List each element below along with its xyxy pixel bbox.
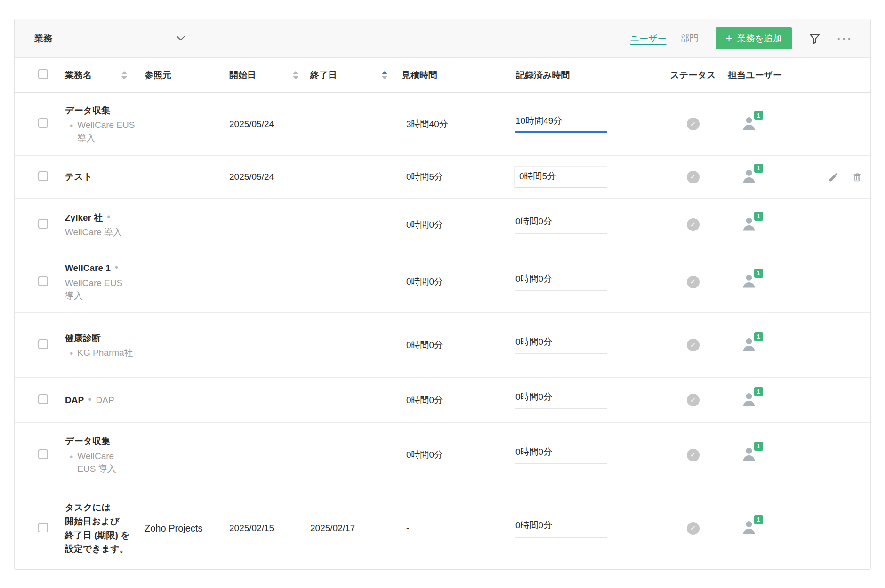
assignee-count-badge: 1 [754,387,763,396]
status-check-icon[interactable] [687,449,700,461]
assignee-count-badge: 1 [754,332,763,341]
tasks-panel: 業務 ユーザー 部門 + 業務を追加 ⋯ 業務名 [14,19,871,570]
task-name-cell: データ収集 • WellCare EUS 導入 [57,103,139,145]
task-name-cell: 健康診断 • KG Pharma社 [57,331,139,359]
sort-arrows-end-date[interactable] [382,71,387,79]
row-checkbox[interactable] [38,339,48,349]
logged-time-value: 0時間5分 [519,171,556,181]
status-check-icon[interactable] [687,171,700,183]
sort-arrows-start-date[interactable] [293,71,298,79]
select-all-cell [15,69,57,81]
end-date: 2025/02/17 [310,523,355,533]
header-assignees: 担当ユーザー [721,69,791,81]
task-parent: WellCare EUS 導入 [77,119,135,144]
assignee-avatar[interactable]: 1 [740,336,757,353]
logged-time-input[interactable]: 0時間0分 [515,391,607,409]
estimated-time: 3時間40分 [406,119,448,129]
header-status: ステータス [669,69,721,81]
task-name-cell: WellCare 1• WellCare EUS 導入 [57,261,139,302]
task-name[interactable]: Zylker 社 [65,213,103,222]
tab-user[interactable]: ユーザー [630,32,667,45]
estimated-time: 0時間0分 [406,450,443,460]
reference-source: Zoho Projects [145,523,202,533]
logged-time-value: 10時間49分 [515,116,562,126]
edit-icon[interactable] [828,172,839,183]
logged-time-input[interactable]: 0時間0分 [515,336,607,354]
table-row: Zylker 社• WellCare 導入 0時間0分 0時間0分 [15,199,870,251]
task-name[interactable]: タスクには 開始日および 終了日 (期限) を 設定できます。 [65,502,130,554]
assignee-avatar[interactable]: 1 [740,519,757,536]
status-check-icon[interactable] [687,276,700,288]
task-name-cell: データ収集 • WellCare EUS 導入 [57,434,139,476]
select-all-checkbox[interactable] [38,69,48,79]
task-name[interactable]: テスト [65,172,92,182]
table-row: DAP•DAP 0時間0分 0時間0分 [15,378,870,423]
task-parent: WellCare EUS 導入 [65,277,122,302]
assignee-avatar[interactable]: 1 [740,215,757,232]
task-parent: WellCare EUS 導入 [77,450,116,476]
logged-time-value: 0時間0分 [515,274,552,284]
assignee-avatar[interactable]: 1 [740,272,757,289]
table-row: データ収集 • WellCare EUS 導入 2025/05/24 3時間40… [15,93,870,156]
header-estimated-time: 見積時間 [391,69,504,81]
assignee-count-badge: 1 [754,442,763,451]
more-options-icon[interactable]: ⋯ [837,31,853,47]
bullet-separator: • [107,211,110,222]
status-check-icon[interactable] [687,218,700,231]
estimated-time: - [406,523,409,533]
logged-time-value: 0時間0分 [515,337,552,347]
status-check-icon[interactable] [687,339,700,351]
plus-icon: + [726,32,732,44]
start-date: 2025/05/24 [229,119,274,129]
status-check-icon[interactable] [687,118,700,130]
header-start-date[interactable]: 開始日 [224,69,304,81]
estimated-time: 0時間0分 [406,220,443,230]
logged-time-input[interactable]: 0時間0分 [515,446,607,464]
assignee-avatar[interactable]: 1 [740,167,757,184]
task-name[interactable]: WellCare 1 [65,263,111,273]
task-name[interactable]: DAP [65,395,84,405]
row-checkbox[interactable] [38,118,48,128]
assignee-avatar[interactable]: 1 [740,115,757,132]
task-name[interactable]: データ収集 [65,436,110,446]
task-name[interactable]: データ収集 [65,105,110,115]
row-checkbox[interactable] [38,394,48,404]
status-check-icon[interactable] [687,394,700,406]
logged-time-input[interactable]: 0時間0分 [515,215,607,234]
assignee-count-badge: 1 [754,269,763,278]
row-checkbox[interactable] [38,276,48,286]
task-name[interactable]: 健康診断 [65,333,101,343]
filter-icon[interactable] [806,31,822,47]
estimated-time: 0時間5分 [406,172,443,182]
task-parent: WellCare 導入 [65,226,122,239]
delete-icon[interactable] [852,172,862,183]
estimated-time: 0時間0分 [406,277,443,286]
task-name-cell: テスト [57,170,139,183]
table-row: テスト 2025/05/24 0時間5分 0時間5分 [15,156,870,199]
start-date: 2025/02/15 [229,523,274,533]
row-checkbox[interactable] [38,449,48,459]
header-end-date[interactable]: 終了日 [304,69,391,81]
row-checkbox[interactable] [38,523,48,532]
toolbar: 業務 ユーザー 部門 + 業務を追加 ⋯ [15,19,870,58]
status-check-icon[interactable] [687,522,700,535]
logged-time-value: 0時間0分 [515,216,552,226]
sort-arrows-name[interactable] [121,71,127,79]
add-task-button[interactable]: + 業務を追加 [716,27,792,49]
logged-time-input[interactable]: 0時間5分 [515,167,607,188]
logged-time-input[interactable]: 10時間49分 [515,115,607,133]
header-task-name[interactable]: 業務名 [57,69,139,81]
row-checkbox[interactable] [38,171,48,181]
logged-time-input[interactable]: 0時間0分 [515,273,607,291]
assignee-avatar[interactable]: 1 [740,445,757,462]
table-row: 健康診断 • KG Pharma社 0時間0分 0時間0分 [15,313,870,378]
logged-time-input[interactable]: 0時間0分 [515,519,607,538]
header-logged-time: 記録済み時間 [504,69,669,81]
bullet-separator: • [88,394,91,405]
tab-department[interactable]: 部門 [681,32,699,45]
assignee-avatar[interactable]: 1 [740,391,757,408]
assignee-count-badge: 1 [754,515,763,524]
view-selector-dropdown[interactable]: 業務 [34,32,185,45]
bullet-separator: • [70,120,73,130]
row-checkbox[interactable] [38,219,48,229]
